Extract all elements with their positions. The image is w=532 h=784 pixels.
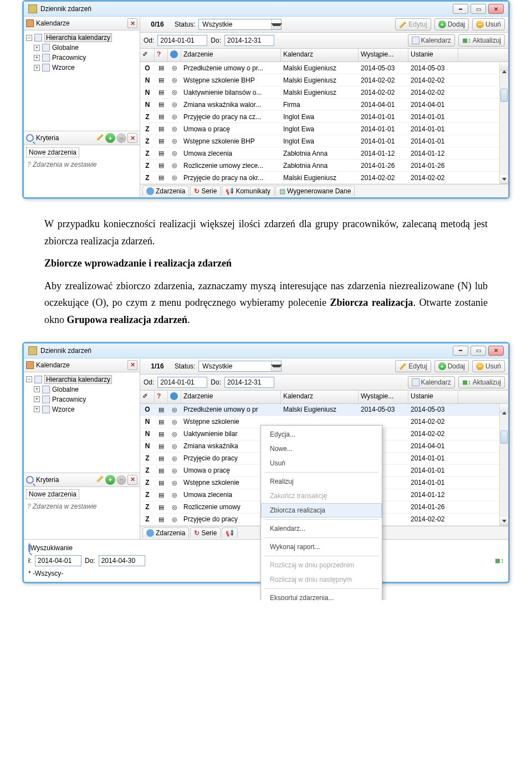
search-who[interactable]: -Wszyscy- [33,570,63,577]
search-to-field[interactable]: 2014-04-30 [99,555,145,566]
delete-button[interactable]: −Usuń [472,360,505,372]
calendar-tree[interactable]: −Hierarchia kalendarzy +Globalne +Pracow… [24,30,140,75]
date-to-field[interactable]: 2014-12-31 [224,377,274,388]
table-row[interactable]: Z▤◎Przyjęcie do pracy na cz...Inglot Ewa… [140,111,499,123]
tree-item[interactable]: Globalne [52,386,79,393]
scroll-down-icon[interactable] [500,175,508,184]
expand-icon[interactable]: − [26,376,32,382]
tab-generated[interactable]: ▤Wygenerowane Dane [275,186,355,196]
delete-button[interactable]: −Usuń [472,18,505,30]
minimize-button[interactable]: ━ [453,346,468,356]
remove-criteria-button[interactable]: − [116,475,126,485]
tree-item[interactable]: Globalne [52,44,79,52]
expand-icon[interactable]: − [26,35,32,41]
tree-item[interactable]: Wzorce [52,64,75,71]
add-button[interactable]: +Dodaj [434,360,469,372]
search-from-field[interactable]: 2014-04-01 [35,555,81,566]
expand-icon[interactable]: + [34,396,40,402]
col-start[interactable]: Wystąpie... [359,391,408,403]
table-row[interactable]: Z▤◎Umowa o pracęInglot Ewa2014-01-012014… [140,123,499,135]
date-from-field[interactable]: 2014-01-01 [157,35,207,46]
ctx-calendar[interactable]: Kalendarz... [261,521,382,536]
scroll-thumb[interactable] [500,431,508,444]
titlebar[interactable]: Dziennik zdarzeń ━ ▭ ✕ [24,344,508,358]
col-info[interactable] [168,49,181,62]
status-select[interactable]: Wszystkie [198,19,282,30]
tree-item[interactable]: Wzorce [52,406,75,413]
calendar-button[interactable]: Kalendarz [408,34,455,47]
edit-button[interactable]: Edytuj [395,18,431,30]
tab-messages[interactable]: 📢Komunikaty [222,186,274,196]
col-start[interactable]: Wystąpie... [359,49,408,62]
pencil-icon[interactable] [96,475,104,483]
ctx-realize[interactable]: Realizuj [261,474,382,489]
add-criteria-button[interactable]: + [105,133,115,143]
ctx-edit[interactable]: Edycja... [261,427,382,442]
close-button[interactable]: ✕ [488,4,504,14]
col-calendar[interactable]: Kalendarz [281,391,359,403]
date-to-field[interactable]: 2014-12-31 [224,35,274,46]
table-row[interactable]: N▤◎Wstępne szkolenie BHPMalski Eugienius… [140,74,499,86]
scroll-up-icon[interactable] [500,62,508,71]
col-q[interactable]: ? [155,49,168,62]
criteria-value[interactable]: Nowe zdarzenia [26,489,79,499]
chevron-down-icon[interactable] [271,19,281,29]
col-end[interactable]: Ustanie [408,391,458,403]
scroll-down-icon[interactable] [500,517,508,526]
remove-criteria-button[interactable]: − [116,133,126,143]
maximize-button[interactable]: ▭ [470,346,486,356]
tab-events[interactable]: Zdarzenia [142,527,189,538]
close-button[interactable]: ✕ [488,346,504,356]
minimize-button[interactable]: ━ [453,4,468,14]
add-criteria-button[interactable]: + [105,475,115,485]
date-from-field[interactable]: 2014-01-01 [157,377,207,388]
table-row[interactable]: O▤◎Przedłużenie umowy o pr...Malski Eugi… [140,62,499,74]
tree-root[interactable]: Hierarchia kalendarzy [44,33,112,42]
col-event[interactable]: Zdarzenie [181,391,281,403]
expand-icon[interactable]: + [34,55,40,61]
close-criteria-button[interactable]: ✕ [127,133,137,143]
close-calendars-button[interactable]: ✕ [127,18,137,28]
criteria-value[interactable]: Nowe zdarzenia [26,147,79,157]
table-row[interactable]: Z▤◎Wstępne szkolenie BHPInglot Ewa2014-0… [140,135,499,147]
table-row[interactable]: Z▤◎Umowa zleceniaZabłotnia Anna2014-01-1… [140,147,499,160]
col-event[interactable]: Zdarzenie [181,49,281,62]
tree-item[interactable]: Pracownicy [52,396,86,403]
tab-messages[interactable]: 📢 [222,527,238,538]
calendar-tree[interactable]: −Hierarchia kalendarzy +Globalne +Pracow… [24,372,140,417]
titlebar[interactable]: Dziennik zdarzeń ━ ▭ ✕ [24,2,508,17]
ctx-batch-realize[interactable]: Zbiorcza realizacja [261,503,382,517]
expand-icon[interactable]: + [34,406,40,412]
ctx-export[interactable]: Eksportuj zdarzenia... [261,591,382,600]
table-row[interactable]: O▤◎Przedłużenie umowy o prMalski Eugieni… [140,404,499,416]
expand-icon[interactable]: + [34,386,40,392]
table-row[interactable]: N▤◎Zmiana wskaźnika walor...Firma2014-04… [140,99,499,111]
col-info[interactable] [168,391,181,403]
ctx-report[interactable]: Wykonaj raport... [261,540,382,554]
col-status[interactable]: ✐ [140,49,155,62]
col-calendar[interactable]: Kalendarz [281,49,359,62]
refresh-icon[interactable]: ≣↕ [495,557,504,565]
calendar-button[interactable]: Kalendarz [408,376,455,388]
table-row[interactable]: Z▤◎Rozliczenie umowy zlece...Zabłotnia A… [140,160,499,172]
refresh-button[interactable]: ≣↕Aktualizuj [458,376,505,388]
chevron-down-icon[interactable] [271,361,281,371]
ctx-new[interactable]: Nowe... [261,442,382,456]
close-criteria-button[interactable]: ✕ [127,475,137,485]
edit-button[interactable]: Edytuj [395,360,431,372]
col-status[interactable]: ✐ [140,391,155,403]
scroll-thumb[interactable] [500,89,508,102]
col-q[interactable]: ? [155,391,168,403]
refresh-button[interactable]: ≣↕Aktualizuj [458,34,505,47]
status-select[interactable]: Wszystkie [198,361,282,372]
ctx-delete[interactable]: Usuń [261,456,382,470]
scrollbar[interactable] [499,62,508,184]
expand-icon[interactable]: + [34,65,40,71]
close-calendars-button[interactable]: ✕ [127,360,137,370]
table-row[interactable]: N▤◎Uaktywnienie bilansów o...Malski Eugi… [140,86,499,99]
tab-series[interactable]: ↻Serie [190,186,221,196]
tree-item[interactable]: Pracownicy [52,54,86,62]
expand-icon[interactable]: + [34,45,40,51]
col-end[interactable]: Ustanie [408,49,458,62]
table-row[interactable]: Z▤◎Przyjęcie do pracy na okr...Malski Eu… [140,172,499,184]
